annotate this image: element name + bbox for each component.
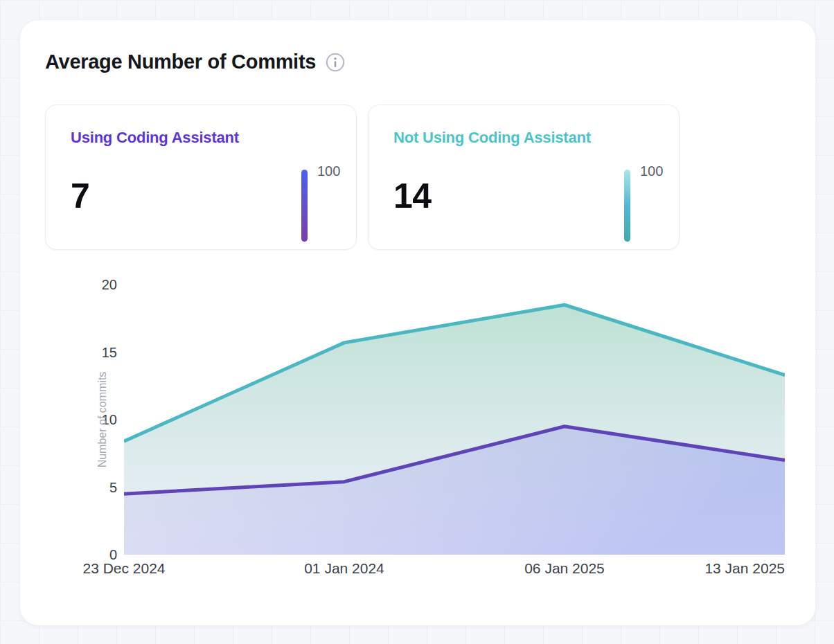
stat-card-not-using: Not Using Coding Assistant 14 100 — [368, 105, 680, 250]
y-tick-label: 5 — [27, 478, 117, 497]
y-tick-label: 15 — [27, 343, 117, 361]
stat-gradient-bar — [624, 170, 630, 242]
info-icon[interactable] — [326, 53, 345, 72]
x-tick-label: 06 Jan 2025 — [495, 560, 634, 577]
stat-gradient-bar — [301, 170, 308, 242]
stat-card-using: Using Coding Assistant 7 100 — [45, 105, 357, 250]
dashboard-page: Average Number of Commits Using Coding A… — [0, 0, 834, 644]
page-title: Average Number of Commits — [45, 51, 316, 73]
chart-plot-area[interactable] — [124, 285, 785, 555]
commits-panel: Average Number of Commits Using Coding A… — [19, 19, 816, 626]
panel-header: Average Number of Commits — [45, 51, 345, 73]
stat-card-label: Using Coding Assistant — [71, 129, 239, 147]
y-axis-title: Number of commits — [96, 372, 109, 468]
y-tick-label: 20 — [27, 276, 117, 294]
stat-scale-label: 100 — [317, 163, 340, 179]
x-tick-label: 23 Dec 2024 — [55, 560, 193, 577]
stat-card-value: 7 — [71, 176, 89, 216]
x-tick-label: 01 Jan 2024 — [275, 560, 414, 577]
stat-scale-label: 100 — [640, 163, 663, 179]
stat-card-label: Not Using Coding Assistant — [393, 129, 591, 147]
stat-cards: Using Coding Assistant 7 100 Not Using C… — [45, 105, 680, 250]
stat-card-value: 14 — [393, 176, 432, 216]
x-tick-label: 13 Jan 2025 — [646, 560, 785, 577]
commits-area-chart: 05101520 Number of commits 23 Dec 202401… — [20, 278, 815, 603]
